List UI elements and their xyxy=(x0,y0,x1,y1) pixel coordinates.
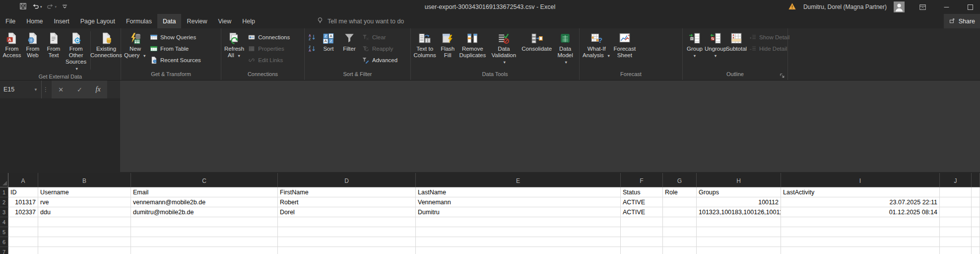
undo-button[interactable]: ▾ xyxy=(30,1,43,12)
data-model-button[interactable]: DataModel ▼ xyxy=(553,30,578,66)
cell-F1[interactable]: Status xyxy=(621,187,663,197)
from-web-button[interactable]: FromWeb xyxy=(22,30,43,59)
cell-D6[interactable] xyxy=(278,237,416,247)
cell-A7[interactable] xyxy=(8,247,38,254)
cell-H4[interactable] xyxy=(697,217,781,227)
cell-J2[interactable] xyxy=(940,197,972,207)
cell-I1[interactable]: LastActivity xyxy=(781,187,940,197)
cell-C3[interactable]: dumitru@mobile2b.de xyxy=(131,207,278,217)
cell-E2[interactable]: Vennemann xyxy=(416,197,621,207)
cell-J5[interactable] xyxy=(940,227,972,237)
row-header-3[interactable]: 3 xyxy=(0,207,8,217)
column-header-F[interactable]: F xyxy=(621,173,663,187)
cell-J3[interactable] xyxy=(940,207,972,217)
cell-K3[interactable] xyxy=(972,207,980,217)
recent-sources-button[interactable]: Recent Sources xyxy=(148,54,203,66)
cell-G4[interactable] xyxy=(663,217,697,227)
filter-button[interactable]: Filter xyxy=(339,30,360,53)
cell-H1[interactable]: Groups xyxy=(697,187,781,197)
cell-D4[interactable] xyxy=(278,217,416,227)
consolidate-button[interactable]: Consolidate xyxy=(521,30,553,53)
cell-B5[interactable] xyxy=(38,227,131,237)
cell-F2[interactable]: ACTIVE xyxy=(621,197,663,207)
cell-I5[interactable] xyxy=(781,227,940,237)
cell-A1[interactable]: ID xyxy=(8,187,38,197)
cell-G7[interactable] xyxy=(663,247,697,254)
cell-E1[interactable]: LastName xyxy=(416,187,621,197)
select-all-corner[interactable] xyxy=(0,173,8,187)
sort-ascending-button[interactable]: AZ xyxy=(306,31,318,43)
text-to-columns-button[interactable]: Text toColumns xyxy=(412,30,437,59)
cell-J1[interactable] xyxy=(940,187,972,197)
row-header-1[interactable]: 1 xyxy=(0,187,8,197)
cell-I2[interactable]: 23.07.2025 22:11 xyxy=(781,197,940,207)
cell-K1[interactable] xyxy=(972,187,980,197)
tab-formulas[interactable]: Formulas xyxy=(121,14,157,28)
cell-I6[interactable] xyxy=(781,237,940,247)
from-other-sources-button[interactable]: From OtherSources ▼ xyxy=(64,30,88,73)
sort-descending-button[interactable]: ZA xyxy=(306,43,318,54)
from-text-button[interactable]: FromText xyxy=(43,30,64,59)
cell-B6[interactable] xyxy=(38,237,131,247)
existing-connections-button[interactable]: ExistingConnections xyxy=(93,30,119,59)
cell-F3[interactable]: ACTIVE xyxy=(621,207,663,217)
cell-B4[interactable] xyxy=(38,217,131,227)
cell-C4[interactable] xyxy=(131,217,278,227)
column-header-D[interactable]: D xyxy=(278,173,416,187)
cell-J4[interactable] xyxy=(940,217,972,227)
cell-A2[interactable]: 101317 xyxy=(8,197,38,207)
tell-me-box[interactable]: Tell me what you want to do xyxy=(316,14,404,28)
cell-J7[interactable] xyxy=(940,247,972,254)
connections-button[interactable]: Connections xyxy=(246,31,292,43)
cell-H5[interactable] xyxy=(697,227,781,237)
cell-A5[interactable] xyxy=(8,227,38,237)
show-queries-button[interactable]: Show Queries xyxy=(148,31,203,43)
formula-input[interactable] xyxy=(120,81,980,173)
cell-C6[interactable] xyxy=(131,237,278,247)
cell-G3[interactable] xyxy=(663,207,697,217)
cell-G6[interactable] xyxy=(663,237,697,247)
column-header-partial[interactable] xyxy=(972,173,980,187)
formula-bar-resize-handle[interactable]: ⋮ xyxy=(42,86,50,93)
from-access-button[interactable]: AFromAccess xyxy=(1,30,22,59)
dialog-launcher-icon[interactable] xyxy=(779,72,785,79)
row-header-6[interactable]: 6 xyxy=(0,237,8,247)
tab-insert[interactable]: Insert xyxy=(49,14,75,28)
data-validation-button[interactable]: DataValidation ▼ xyxy=(487,30,521,66)
cell-C1[interactable]: Email xyxy=(131,187,278,197)
tab-review[interactable]: Review xyxy=(181,14,212,28)
cell-K2[interactable] xyxy=(972,197,980,207)
forecast-sheet-button[interactable]: ForecastSheet xyxy=(612,30,637,59)
tab-file[interactable]: File xyxy=(0,14,21,28)
cell-F7[interactable] xyxy=(621,247,663,254)
insert-function-icon[interactable]: fx xyxy=(96,85,101,93)
tab-view[interactable]: View xyxy=(212,14,237,28)
cell-D2[interactable]: Robert xyxy=(278,197,416,207)
tab-home[interactable]: Home xyxy=(21,14,48,28)
cell-B7[interactable] xyxy=(38,247,131,254)
maximize-button[interactable] xyxy=(964,1,976,12)
new-query-button[interactable]: NewQuery ▼ xyxy=(123,30,148,60)
group-button[interactable]: Group▼ xyxy=(684,30,705,60)
cell-A3[interactable]: 102337 xyxy=(8,207,38,217)
column-header-H[interactable]: H xyxy=(697,173,781,187)
row-header-2[interactable]: 2 xyxy=(0,197,8,207)
from-table-button[interactable]: From Table xyxy=(148,43,203,54)
advanced-button[interactable]: Advanced xyxy=(360,54,399,66)
cell-C7[interactable] xyxy=(131,247,278,254)
cell-B2[interactable]: rve xyxy=(38,197,131,207)
ribbon-display-options-button[interactable] xyxy=(916,1,928,12)
cell-K7[interactable] xyxy=(972,247,980,254)
tab-help[interactable]: Help xyxy=(237,14,261,28)
ungroup-button[interactable]: Ungroup▼ xyxy=(705,30,726,60)
cell-E7[interactable] xyxy=(416,247,621,254)
cell-D5[interactable] xyxy=(278,227,416,237)
column-header-E[interactable]: E xyxy=(416,173,621,187)
cell-H3[interactable]: 101323,100183,100126,100112 xyxy=(697,207,781,217)
cell-H2[interactable]: 100112 xyxy=(697,197,781,207)
cell-C5[interactable] xyxy=(131,227,278,237)
column-header-C[interactable]: C xyxy=(131,173,278,187)
cell-H7[interactable] xyxy=(697,247,781,254)
column-header-G[interactable]: G xyxy=(663,173,697,187)
cell-D7[interactable] xyxy=(278,247,416,254)
